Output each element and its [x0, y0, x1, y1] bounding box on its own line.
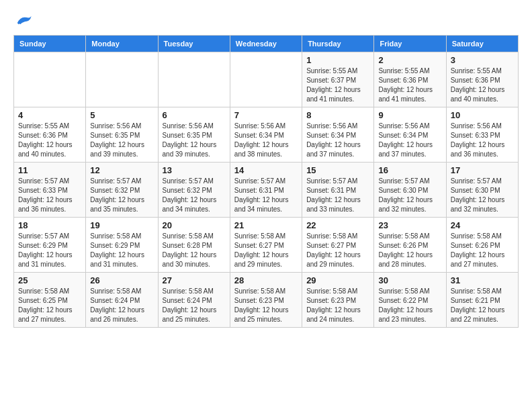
day-cell: 14Sunrise: 5:57 AM Sunset: 6:31 PM Dayli…: [230, 163, 302, 218]
day-detail: Sunrise: 5:58 AM Sunset: 6:22 PM Dayligh…: [378, 287, 441, 324]
logo-icon: [13, 13, 32, 28]
week-row-5: 25Sunrise: 5:58 AM Sunset: 6:25 PM Dayli…: [14, 273, 519, 328]
day-detail: Sunrise: 5:58 AM Sunset: 6:27 PM Dayligh…: [234, 232, 298, 269]
day-cell: 16Sunrise: 5:57 AM Sunset: 6:30 PM Dayli…: [374, 163, 446, 218]
day-cell: 18Sunrise: 5:57 AM Sunset: 6:29 PM Dayli…: [14, 218, 86, 273]
day-detail: Sunrise: 5:55 AM Sunset: 6:37 PM Dayligh…: [306, 66, 369, 104]
day-number: 10: [451, 110, 514, 120]
day-number: 28: [234, 275, 298, 285]
week-row-3: 11Sunrise: 5:57 AM Sunset: 6:33 PM Dayli…: [14, 163, 519, 218]
day-number: 23: [378, 220, 441, 230]
day-number: 11: [18, 165, 81, 175]
day-cell: 24Sunrise: 5:58 AM Sunset: 6:26 PM Dayli…: [446, 218, 518, 273]
day-number: 29: [306, 275, 369, 285]
day-detail: Sunrise: 5:58 AM Sunset: 6:29 PM Dayligh…: [90, 232, 153, 269]
day-number: 12: [90, 165, 153, 175]
day-cell: 10Sunrise: 5:56 AM Sunset: 6:33 PM Dayli…: [446, 107, 518, 163]
day-cell: 17Sunrise: 5:57 AM Sunset: 6:30 PM Dayli…: [446, 163, 518, 218]
day-detail: Sunrise: 5:58 AM Sunset: 6:23 PM Dayligh…: [306, 287, 369, 324]
day-detail: Sunrise: 5:56 AM Sunset: 6:34 PM Dayligh…: [306, 122, 369, 159]
day-number: 26: [90, 275, 153, 285]
day-cell: 9Sunrise: 5:56 AM Sunset: 6:34 PM Daylig…: [374, 107, 446, 163]
day-detail: Sunrise: 5:57 AM Sunset: 6:32 PM Dayligh…: [90, 177, 153, 214]
day-number: 24: [451, 220, 514, 230]
day-number: 20: [163, 220, 226, 230]
day-cell: 31Sunrise: 5:58 AM Sunset: 6:21 PM Dayli…: [446, 273, 518, 328]
day-detail: Sunrise: 5:57 AM Sunset: 6:32 PM Dayligh…: [163, 177, 226, 214]
day-number: 4: [18, 110, 81, 120]
day-cell: 29Sunrise: 5:58 AM Sunset: 6:23 PM Dayli…: [302, 273, 374, 328]
day-detail: Sunrise: 5:55 AM Sunset: 6:36 PM Dayligh…: [378, 66, 441, 104]
header-row: SundayMondayTuesdayWednesdayThursdayFrid…: [14, 36, 519, 52]
day-detail: Sunrise: 5:57 AM Sunset: 6:31 PM Dayligh…: [306, 177, 369, 214]
day-cell: 11Sunrise: 5:57 AM Sunset: 6:33 PM Dayli…: [14, 163, 86, 218]
day-header-thursday: Thursday: [302, 36, 374, 52]
day-number: 2: [378, 55, 441, 65]
day-number: 31: [451, 275, 514, 285]
day-header-wednesday: Wednesday: [230, 36, 302, 52]
day-detail: Sunrise: 5:55 AM Sunset: 6:36 PM Dayligh…: [18, 122, 81, 159]
day-cell: 25Sunrise: 5:58 AM Sunset: 6:25 PM Dayli…: [14, 273, 86, 328]
day-number: 15: [306, 165, 369, 175]
day-cell: [86, 52, 158, 107]
day-detail: Sunrise: 5:58 AM Sunset: 6:26 PM Dayligh…: [451, 232, 514, 269]
day-detail: Sunrise: 5:56 AM Sunset: 6:33 PM Dayligh…: [451, 122, 514, 159]
day-header-friday: Friday: [374, 36, 446, 52]
week-row-4: 18Sunrise: 5:57 AM Sunset: 6:29 PM Dayli…: [14, 218, 519, 273]
day-cell: 1Sunrise: 5:55 AM Sunset: 6:37 PM Daylig…: [302, 52, 374, 107]
day-detail: Sunrise: 5:58 AM Sunset: 6:27 PM Dayligh…: [306, 232, 369, 269]
day-number: 1: [306, 55, 369, 65]
day-cell: 12Sunrise: 5:57 AM Sunset: 6:32 PM Dayli…: [86, 163, 158, 218]
day-cell: 21Sunrise: 5:58 AM Sunset: 6:27 PM Dayli…: [230, 218, 302, 273]
day-header-monday: Monday: [86, 36, 158, 52]
day-number: 3: [451, 55, 514, 65]
day-number: 9: [378, 110, 441, 120]
week-row-1: 1Sunrise: 5:55 AM Sunset: 6:37 PM Daylig…: [14, 52, 519, 107]
day-detail: Sunrise: 5:58 AM Sunset: 6:26 PM Dayligh…: [378, 232, 441, 269]
day-cell: 19Sunrise: 5:58 AM Sunset: 6:29 PM Dayli…: [86, 218, 158, 273]
day-cell: [230, 52, 302, 107]
day-detail: Sunrise: 5:58 AM Sunset: 6:28 PM Dayligh…: [163, 232, 226, 269]
day-number: 27: [163, 275, 226, 285]
day-detail: Sunrise: 5:55 AM Sunset: 6:36 PM Dayligh…: [451, 66, 514, 104]
day-cell: 22Sunrise: 5:58 AM Sunset: 6:27 PM Dayli…: [302, 218, 374, 273]
day-detail: Sunrise: 5:56 AM Sunset: 6:35 PM Dayligh…: [90, 122, 153, 159]
day-cell: 7Sunrise: 5:56 AM Sunset: 6:34 PM Daylig…: [230, 107, 302, 163]
day-cell: 4Sunrise: 5:55 AM Sunset: 6:36 PM Daylig…: [14, 107, 86, 163]
day-header-saturday: Saturday: [446, 36, 518, 52]
day-number: 18: [18, 220, 81, 230]
day-detail: Sunrise: 5:56 AM Sunset: 6:35 PM Dayligh…: [163, 122, 226, 159]
day-detail: Sunrise: 5:56 AM Sunset: 6:34 PM Dayligh…: [378, 122, 441, 159]
day-number: 6: [163, 110, 226, 120]
day-cell: 2Sunrise: 5:55 AM Sunset: 6:36 PM Daylig…: [374, 52, 446, 107]
day-cell: 23Sunrise: 5:58 AM Sunset: 6:26 PM Dayli…: [374, 218, 446, 273]
day-detail: Sunrise: 5:57 AM Sunset: 6:30 PM Dayligh…: [451, 177, 514, 214]
day-header-sunday: Sunday: [14, 36, 86, 52]
day-number: 16: [378, 165, 441, 175]
day-cell: 6Sunrise: 5:56 AM Sunset: 6:35 PM Daylig…: [158, 107, 230, 163]
day-header-tuesday: Tuesday: [158, 36, 230, 52]
day-detail: Sunrise: 5:58 AM Sunset: 6:21 PM Dayligh…: [451, 287, 514, 324]
day-detail: Sunrise: 5:58 AM Sunset: 6:24 PM Dayligh…: [90, 287, 153, 324]
day-detail: Sunrise: 5:58 AM Sunset: 6:25 PM Dayligh…: [18, 287, 81, 324]
day-detail: Sunrise: 5:57 AM Sunset: 6:30 PM Dayligh…: [378, 177, 441, 214]
day-number: 22: [306, 220, 369, 230]
day-number: 25: [18, 275, 81, 285]
day-cell: 13Sunrise: 5:57 AM Sunset: 6:32 PM Dayli…: [158, 163, 230, 218]
day-cell: 5Sunrise: 5:56 AM Sunset: 6:35 PM Daylig…: [86, 107, 158, 163]
day-cell: 27Sunrise: 5:58 AM Sunset: 6:24 PM Dayli…: [158, 273, 230, 328]
day-detail: Sunrise: 5:56 AM Sunset: 6:34 PM Dayligh…: [234, 122, 298, 159]
calendar-header: SundayMondayTuesdayWednesdayThursdayFrid…: [14, 36, 519, 52]
day-cell: 3Sunrise: 5:55 AM Sunset: 6:36 PM Daylig…: [446, 52, 518, 107]
page-header: [13, 13, 519, 28]
day-cell: [14, 52, 86, 107]
day-cell: 8Sunrise: 5:56 AM Sunset: 6:34 PM Daylig…: [302, 107, 374, 163]
calendar-body: 1Sunrise: 5:55 AM Sunset: 6:37 PM Daylig…: [14, 52, 519, 328]
day-number: 19: [90, 220, 153, 230]
day-cell: 20Sunrise: 5:58 AM Sunset: 6:28 PM Dayli…: [158, 218, 230, 273]
day-detail: Sunrise: 5:58 AM Sunset: 6:24 PM Dayligh…: [163, 287, 226, 324]
day-cell: [158, 52, 230, 107]
day-number: 7: [234, 110, 298, 120]
logo: [13, 13, 35, 28]
day-number: 30: [378, 275, 441, 285]
